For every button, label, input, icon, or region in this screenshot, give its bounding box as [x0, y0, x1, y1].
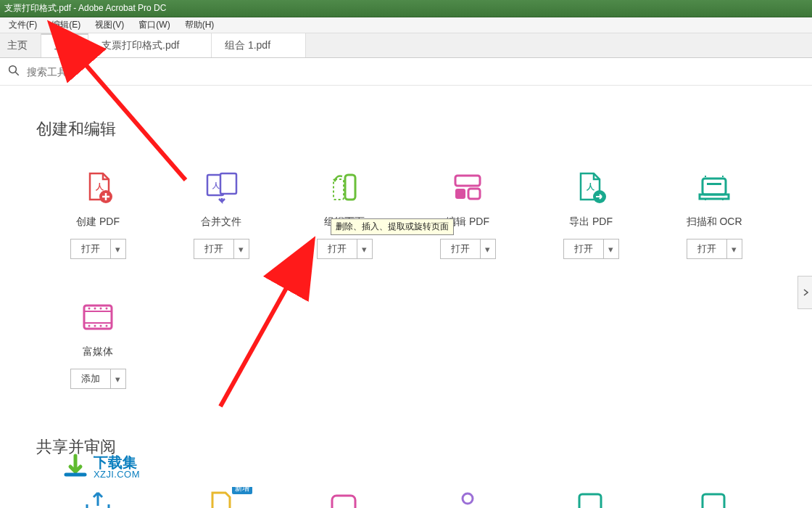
chevron-down-icon[interactable]: ▾ [111, 239, 125, 258]
menu-file[interactable]: 文件(F) [1, 17, 44, 33]
chevron-down-icon[interactable]: ▾ [727, 239, 742, 258]
tool-label: 扫描和 OCR [652, 216, 776, 229]
tool-label: 合并文件 [160, 216, 283, 229]
open-button[interactable]: 打开 ▾ [317, 239, 373, 259]
document-icon [160, 487, 283, 508]
svg-rect-30 [579, 494, 601, 508]
svg-line-1 [15, 72, 19, 75]
tool-grid-share-review: 新增 [36, 487, 776, 508]
open-button[interactable]: 打开 ▾ [563, 239, 619, 259]
svg-point-25 [94, 325, 96, 327]
open-button[interactable]: 打开 ▾ [687, 239, 742, 259]
svg-point-21 [94, 308, 96, 310]
svg-rect-14 [703, 179, 726, 194]
svg-rect-31 [703, 494, 724, 508]
svg-text:人: 人 [586, 182, 595, 192]
svg-rect-7 [345, 175, 355, 200]
svg-point-24 [88, 325, 91, 327]
tool-share-partial-1[interactable] [36, 487, 160, 508]
tool-share-partial-2[interactable]: 新增 [160, 487, 283, 508]
tool-share-partial-4[interactable] [406, 487, 529, 508]
menu-bar: 文件(F) 编辑(E) 视图(V) 窗口(W) 帮助(H) [0, 17, 812, 33]
new-badge: 新增 [232, 487, 252, 494]
export-pdf-icon: 人 [529, 169, 652, 205]
menu-view[interactable]: 视图(V) [88, 17, 131, 33]
tool-create-pdf[interactable]: 人 创建 PDF 打开 ▾ [36, 169, 160, 259]
person-icon [406, 487, 529, 508]
svg-rect-16 [707, 183, 721, 185]
search-input[interactable] [27, 66, 244, 78]
svg-point-23 [106, 308, 108, 310]
chevron-down-icon[interactable]: ▾ [357, 239, 372, 258]
svg-rect-28 [332, 496, 355, 508]
tools-panel: 创建和编辑 人 创建 PDF 打开 ▾ [0, 86, 812, 508]
scan-ocr-icon [652, 169, 776, 205]
chevron-down-icon[interactable]: ▾ [604, 239, 618, 258]
generic-icon [529, 487, 652, 508]
svg-rect-10 [455, 189, 465, 199]
share-icon [36, 487, 160, 508]
tool-combine-files[interactable]: 人 合并文件 打开 ▾ [160, 169, 283, 259]
window-titlebar: 支票打印格式.pdf - Adobe Acrobat Pro DC [0, 0, 812, 17]
tool-share-partial-5[interactable] [529, 487, 652, 508]
add-button[interactable]: 添加 ▾ [70, 369, 126, 389]
tool-edit-pdf[interactable]: 编辑 PDF 打开 ▾ [406, 169, 529, 259]
edit-pdf-icon [406, 169, 529, 205]
svg-point-26 [100, 325, 102, 327]
open-button[interactable]: 打开 ▾ [440, 239, 496, 259]
svg-point-20 [88, 308, 91, 310]
tool-scan-ocr[interactable]: 扫描和 OCR 打开 ▾ [652, 169, 776, 259]
svg-text:人: 人 [95, 182, 104, 192]
svg-point-22 [100, 308, 102, 310]
svg-point-29 [463, 493, 473, 504]
tab-tools[interactable]: 工具 [41, 33, 88, 57]
open-button[interactable]: 打开 ▾ [70, 239, 126, 259]
tool-rich-media[interactable]: 富媒体 添加 ▾ [36, 299, 160, 389]
menu-help[interactable]: 帮助(H) [178, 17, 222, 33]
chevron-down-icon[interactable]: ▾ [111, 369, 125, 388]
window-title: 支票打印格式.pdf - Adobe Acrobat Pro DC [4, 2, 166, 15]
tab-doc-2[interactable]: 组合 1.pdf [212, 33, 306, 57]
generic-icon [652, 487, 776, 508]
svg-rect-15 [700, 194, 729, 199]
tool-share-partial-3[interactable] [283, 487, 406, 508]
chevron-down-icon[interactable]: ▾ [234, 239, 249, 258]
section-share-review-title: 共享并审阅 [36, 436, 812, 458]
organize-pages-icon [283, 169, 406, 205]
rich-media-icon [36, 299, 160, 335]
combine-files-icon: 人 [160, 169, 283, 205]
tool-label: 富媒体 [36, 345, 160, 359]
svg-text:人: 人 [212, 181, 220, 189]
svg-rect-6 [220, 173, 236, 194]
chevron-down-icon[interactable]: ▾ [481, 239, 495, 258]
menu-edit[interactable]: 编辑(E) [44, 17, 88, 33]
side-panel-toggle[interactable] [798, 276, 812, 309]
svg-point-27 [106, 325, 108, 327]
svg-rect-8 [334, 179, 344, 200]
tool-grid-create-edit: 人 创建 PDF 打开 ▾ 人 合并 [36, 169, 776, 429]
tools-search-bar [0, 58, 812, 86]
svg-rect-11 [468, 189, 480, 199]
tab-strip: 主页 工具 支票打印格式.pdf 组合 1.pdf [0, 33, 812, 58]
tab-home[interactable]: 主页 [0, 33, 41, 57]
tab-doc-1[interactable]: 支票打印格式.pdf [88, 33, 212, 57]
tooltip-organize: 删除、插入、提取或旋转页面 [331, 218, 454, 235]
search-icon [7, 64, 20, 79]
tool-share-partial-6[interactable] [652, 487, 776, 508]
svg-rect-9 [455, 176, 480, 186]
section-create-edit-title: 创建和编辑 [36, 118, 812, 140]
svg-rect-17 [84, 306, 112, 329]
tool-label: 导出 PDF [529, 216, 652, 229]
svg-point-0 [9, 66, 17, 73]
open-button[interactable]: 打开 ▾ [194, 239, 249, 259]
stamp-icon [283, 487, 406, 508]
tool-organize-pages[interactable]: 组织页面 打开 ▾ 删除、插入、提取或旋转页面 [283, 169, 406, 259]
tool-label: 创建 PDF [36, 216, 160, 229]
tool-export-pdf[interactable]: 人 导出 PDF 打开 ▾ [529, 169, 652, 259]
menu-window[interactable]: 窗口(W) [131, 17, 177, 33]
create-pdf-icon: 人 [36, 169, 160, 205]
